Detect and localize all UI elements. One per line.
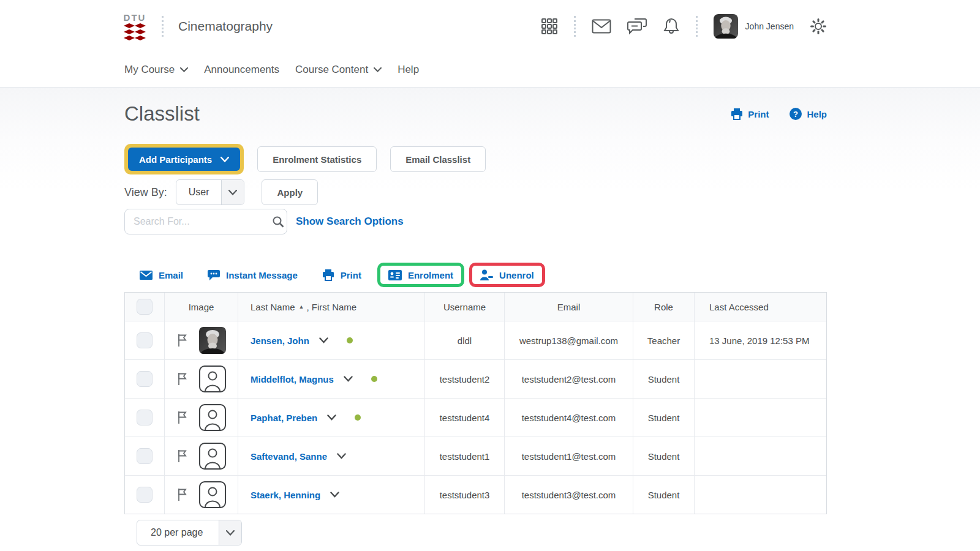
- profile-photo-placeholder[interactable]: [199, 365, 226, 392]
- online-status-dot: [347, 337, 353, 343]
- table-row: Paphat, Preben teststudent4 teststudent4…: [125, 398, 826, 437]
- per-page-select[interactable]: 20 per page: [137, 520, 242, 545]
- row-checkbox[interactable]: [137, 448, 153, 464]
- email-action-link[interactable]: Email: [140, 270, 183, 280]
- select-all-checkbox[interactable]: [137, 299, 153, 315]
- profile-photo-placeholder[interactable]: [199, 404, 226, 431]
- last-accessed-cell: [695, 437, 826, 475]
- course-navbar: My Course Announcements Course Content H…: [0, 53, 980, 88]
- row-checkbox[interactable]: [137, 487, 153, 503]
- username-cell: teststudent3: [425, 476, 505, 514]
- table-row: Staerk, Henning teststudent3 teststudent…: [125, 475, 826, 514]
- table-header-row: Image Last Name ▲ , First Name Username …: [125, 293, 826, 321]
- last-accessed-cell: [695, 476, 826, 514]
- per-page-selected-value: 20 per page: [137, 520, 219, 545]
- last-accessed-cell: [695, 399, 826, 437]
- print-action-link[interactable]: Print: [322, 269, 361, 281]
- print-action-label: Print: [341, 270, 361, 280]
- person-silhouette-icon: [200, 367, 225, 391]
- row-checkbox[interactable]: [137, 371, 153, 387]
- column-header-image: Image: [165, 293, 238, 321]
- flag-icon[interactable]: [177, 488, 188, 501]
- email-action-label: Email: [159, 270, 183, 280]
- last-accessed-cell: 13 June, 2019 12:53 PM: [695, 321, 826, 359]
- apply-button[interactable]: Apply: [262, 179, 318, 205]
- bell-icon: [663, 17, 680, 36]
- profile-photo-placeholder[interactable]: [199, 443, 226, 470]
- user-name-link[interactable]: Staerk, Henning: [251, 490, 320, 500]
- help-question-icon: ?: [790, 108, 802, 120]
- user-name-link[interactable]: Paphat, Preben: [251, 413, 317, 423]
- print-link[interactable]: Print: [731, 108, 769, 120]
- app-launcher-button[interactable]: [541, 18, 558, 35]
- unenrol-action-label: Unenrol: [499, 270, 534, 280]
- flag-icon[interactable]: [177, 411, 188, 424]
- help-link[interactable]: ? Help: [790, 108, 827, 120]
- person-silhouette-icon: [200, 444, 225, 468]
- nav-my-course[interactable]: My Course: [124, 64, 188, 76]
- search-button[interactable]: [269, 216, 287, 228]
- notifications-button[interactable]: [663, 17, 680, 36]
- flag-icon[interactable]: [177, 372, 188, 386]
- person-silhouette-icon: [200, 482, 225, 507]
- role-cell: Teacher: [633, 321, 695, 359]
- classlist-table: Image Last Name ▲ , First Name Username …: [124, 292, 827, 514]
- instant-messages-button[interactable]: [627, 18, 647, 35]
- add-participants-label: Add Participants: [139, 154, 212, 165]
- divider: [574, 16, 576, 37]
- view-by-select[interactable]: User: [176, 179, 245, 205]
- enrolment-action-link[interactable]: Enrolment: [388, 270, 453, 280]
- enrolment-statistics-label: Enrolment Statistics: [273, 154, 361, 165]
- role-cell: Student: [633, 399, 695, 437]
- chevron-down-icon: [374, 67, 382, 72]
- search-input[interactable]: [125, 216, 269, 227]
- role-cell: Student: [633, 360, 695, 398]
- user-avatar[interactable]: [714, 14, 738, 39]
- profile-photo-placeholder[interactable]: [199, 481, 226, 508]
- chevron-down-icon[interactable]: [330, 492, 339, 498]
- last-accessed-cell: [695, 360, 826, 398]
- dtu-logo-text: DTU: [124, 13, 146, 22]
- chevron-down-icon[interactable]: [319, 337, 328, 343]
- person-silhouette-icon: [200, 405, 225, 430]
- search-box: [124, 209, 287, 234]
- instant-message-action-link[interactable]: Instant Message: [208, 270, 298, 280]
- chevron-down-icon[interactable]: [337, 453, 346, 459]
- user-name-link[interactable]: Middelflot, Magnus: [251, 374, 334, 384]
- sort-ascending-icon: ▲: [299, 304, 304, 310]
- email-cell: teststudent2@test.com: [505, 360, 633, 398]
- enrolment-highlight: Enrolment: [377, 263, 464, 287]
- user-name[interactable]: John Jensen: [745, 21, 794, 31]
- printer-icon: [322, 269, 334, 281]
- help-link-label: Help: [807, 109, 827, 119]
- flag-icon[interactable]: [177, 334, 188, 347]
- user-name-link[interactable]: Jensen, John: [251, 335, 309, 346]
- email-button[interactable]: [592, 19, 611, 34]
- row-checkbox[interactable]: [137, 332, 153, 348]
- row-checkbox[interactable]: [137, 410, 153, 425]
- add-participants-highlight: Add Participants: [124, 144, 244, 174]
- dtu-logo[interactable]: DTU: [123, 13, 147, 40]
- unenrol-action-link[interactable]: Unenrol: [480, 269, 534, 280]
- column-header-name[interactable]: Last Name ▲ , First Name: [238, 293, 425, 321]
- nav-announcements[interactable]: Announcements: [204, 64, 279, 76]
- online-status-dot: [355, 414, 361, 421]
- column-header-role: Role: [633, 293, 695, 321]
- nav-my-course-label: My Course: [124, 64, 175, 76]
- show-search-options-link[interactable]: Show Search Options: [296, 216, 404, 228]
- email-cell: teststudent1@test.com: [505, 437, 633, 475]
- table-row: Middelflot, Magnus teststudent2 teststud…: [125, 359, 826, 398]
- nav-course-content[interactable]: Course Content: [295, 64, 382, 76]
- enrolment-statistics-button[interactable]: Enrolment Statistics: [257, 146, 377, 172]
- email-classlist-button[interactable]: Email Classlist: [390, 146, 486, 172]
- profile-photo[interactable]: [199, 327, 226, 354]
- flag-icon[interactable]: [177, 449, 188, 463]
- settings-button[interactable]: [810, 18, 827, 35]
- svg-text:?: ?: [794, 110, 799, 119]
- chevron-down-icon[interactable]: [344, 376, 353, 382]
- user-name-link[interactable]: Saftevand, Sanne: [251, 451, 327, 462]
- chat-bubble-icon: [208, 270, 220, 280]
- chevron-down-icon[interactable]: [327, 414, 336, 421]
- add-participants-button[interactable]: Add Participants: [128, 148, 240, 171]
- nav-help[interactable]: Help: [398, 64, 419, 76]
